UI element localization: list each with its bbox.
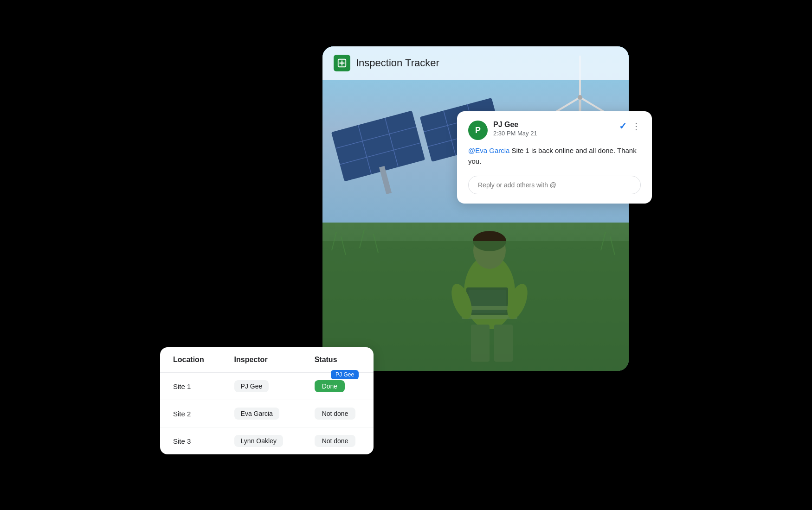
cell-inspector: Lynn Oakley — [221, 427, 302, 455]
comment-header: P PJ Gee 2:30 PM May 21 ✓ ⋮ — [468, 121, 641, 140]
cell-inspector: Eva Garcia — [221, 400, 302, 427]
commenter-name: PJ Gee — [493, 121, 613, 129]
comment-actions: ✓ ⋮ — [619, 121, 641, 132]
pj-gee-tooltip: PJ Gee — [331, 370, 359, 379]
tracker-title: Inspection Tracker — [356, 57, 439, 69]
col-location: Location — [160, 347, 221, 373]
inspector-chip: Lynn Oakley — [234, 435, 283, 447]
reply-input[interactable] — [468, 176, 641, 194]
inspection-table: Location Inspector Status Site 1 PJ Gee … — [160, 347, 374, 454]
tracker-photo — [322, 46, 629, 371]
cell-status: Not done — [302, 427, 374, 455]
inspector-chip: Eva Garcia — [234, 408, 279, 420]
cell-status: Not done — [302, 400, 374, 427]
cell-location: Site 2 — [160, 400, 221, 427]
table-header-row: Location Inspector Status — [160, 347, 374, 373]
table-row: Site 2 Eva Garcia Not done — [160, 400, 374, 427]
cell-status: Done PJ Gee — [302, 373, 374, 400]
status-not-done-badge: Not done — [315, 408, 356, 420]
table-row: Site 1 PJ Gee Done PJ Gee — [160, 373, 374, 400]
more-icon[interactable]: ⋮ — [632, 121, 641, 132]
main-scene: Inspection Tracker — [174, 46, 638, 464]
col-inspector: Inspector — [221, 347, 302, 373]
col-status: Status — [302, 347, 374, 373]
mention-tag[interactable]: @Eva Garcia — [468, 147, 509, 154]
tracker-header: Inspection Tracker — [322, 46, 629, 80]
status-not-done-badge: Not done — [315, 435, 356, 447]
comment-card: P PJ Gee 2:30 PM May 21 ✓ ⋮ @Eva Garcia … — [457, 111, 652, 204]
table-row: Site 3 Lynn Oakley Not done — [160, 427, 374, 455]
cell-location: Site 3 — [160, 427, 221, 455]
tracker-icon — [334, 55, 350, 71]
cell-location: Site 1 — [160, 373, 221, 400]
cell-inspector: PJ Gee — [221, 373, 302, 400]
svg-point-21 — [578, 95, 582, 100]
tracker-card: Inspection Tracker — [322, 46, 629, 371]
avatar: P — [468, 121, 488, 140]
comment-meta: PJ Gee 2:30 PM May 21 — [493, 121, 613, 137]
status-done-badge: Done PJ Gee — [315, 380, 345, 392]
inspector-chip: PJ Gee — [234, 380, 269, 392]
check-icon[interactable]: ✓ — [619, 121, 627, 132]
table-card: Location Inspector Status Site 1 PJ Gee … — [160, 347, 374, 454]
comment-body: @Eva Garcia Site 1 is back online and al… — [468, 146, 641, 166]
comment-time: 2:30 PM May 21 — [493, 130, 613, 137]
